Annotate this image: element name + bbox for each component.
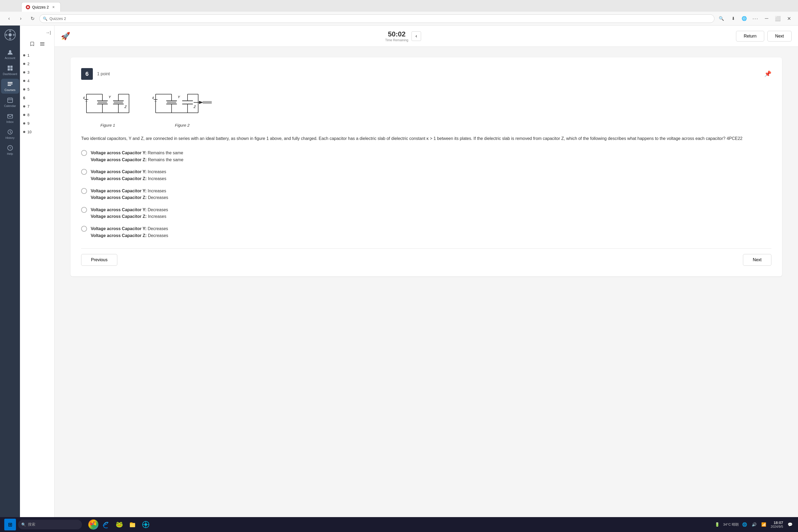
more-button[interactable]: ··· bbox=[750, 14, 760, 23]
sidebar-item-account[interactable]: Account bbox=[1, 47, 19, 62]
svg-point-6 bbox=[13, 34, 15, 36]
figure-2: ε bbox=[150, 86, 214, 128]
question-dot bbox=[23, 63, 25, 65]
svg-point-2 bbox=[8, 33, 12, 36]
svg-text:Y: Y bbox=[109, 95, 111, 99]
svg-point-3 bbox=[9, 30, 11, 32]
volume-icon: 🔊 bbox=[750, 521, 758, 528]
svg-text:ε: ε bbox=[83, 95, 85, 100]
question-list-number: 3 bbox=[27, 70, 30, 75]
svg-rect-13 bbox=[7, 83, 12, 84]
sidebar-item-dashboard[interactable]: Dashboard bbox=[1, 63, 19, 78]
download-button[interactable]: ⬇ bbox=[728, 14, 738, 23]
question-list-item-3[interactable]: 3 bbox=[20, 68, 54, 77]
panel-toggle-button[interactable]: →| bbox=[44, 29, 52, 37]
svg-point-0 bbox=[27, 6, 29, 8]
question-list-item-4[interactable]: 4 bbox=[20, 77, 54, 85]
question-list-item-2[interactable]: 2 bbox=[20, 60, 54, 68]
question-list-number: 5 bbox=[27, 87, 30, 92]
svg-rect-9 bbox=[10, 66, 12, 68]
taskbar-chrome-icon[interactable] bbox=[88, 519, 98, 530]
question-list-number: 4 bbox=[27, 79, 30, 83]
next-bottom-button[interactable]: Next bbox=[743, 254, 772, 266]
browser-tab[interactable]: Quizzes 2 ✕ bbox=[21, 2, 61, 12]
answer-option-2[interactable]: Voltage across Capacitor Y: IncreasesVol… bbox=[81, 168, 772, 182]
timer-collapse-button[interactable]: ‹ bbox=[412, 32, 421, 41]
answer-option-1[interactable]: Voltage across Capacitor Y: Remains the … bbox=[81, 150, 772, 163]
minimize-button[interactable]: ─ bbox=[762, 14, 772, 23]
question-list-item-8[interactable]: 8 bbox=[20, 111, 54, 119]
sidebar-help-label: Help bbox=[7, 152, 13, 155]
svg-rect-11 bbox=[10, 68, 12, 71]
taskbar-files-icon[interactable] bbox=[127, 519, 138, 530]
answer-text-3: Voltage across Capacitor Y: IncreasesVol… bbox=[91, 188, 168, 201]
question-list-item-7[interactable]: 7 bbox=[20, 102, 54, 111]
close-button[interactable]: ✕ bbox=[784, 14, 794, 23]
question-list-item-1[interactable]: 1 bbox=[20, 51, 54, 60]
tab-close-button[interactable]: ✕ bbox=[51, 4, 56, 10]
circuit-figure-2: ε bbox=[150, 86, 214, 121]
svg-rect-16 bbox=[9, 98, 9, 99]
taskbar-search[interactable]: 🔍 搜索 bbox=[18, 520, 82, 529]
answer-text-1: Voltage across Capacitor Y: Remains the … bbox=[91, 150, 183, 163]
svg-rect-59 bbox=[167, 101, 176, 103]
timer-value: 50:02 bbox=[385, 30, 408, 38]
question-list-number: 1 bbox=[27, 53, 30, 57]
question-list-item-9[interactable]: 9 bbox=[20, 119, 54, 128]
address-bar[interactable]: 🔍 Quizzes 2 bbox=[39, 14, 715, 23]
main-content: 🚀 50:02 Time Remaining ‹ Return Next 6 bbox=[55, 25, 798, 529]
question-text: Two identical capacitors, Y and Z, are c… bbox=[81, 135, 772, 142]
search-button[interactable]: 🔍 bbox=[717, 14, 726, 23]
question-dot bbox=[23, 122, 25, 125]
taskbar-app5-icon[interactable] bbox=[140, 519, 152, 530]
radio-button-1[interactable] bbox=[81, 150, 87, 156]
question-points: 1 point bbox=[97, 72, 110, 76]
radio-button-5[interactable] bbox=[81, 226, 87, 232]
question-list-number: 7 bbox=[27, 104, 30, 109]
previous-button[interactable]: Previous bbox=[81, 254, 117, 266]
question-dot bbox=[23, 71, 25, 73]
question-list-number: 8 bbox=[27, 113, 30, 117]
svg-rect-12 bbox=[7, 82, 12, 83]
svg-text:ε: ε bbox=[152, 95, 154, 100]
radio-button-3[interactable] bbox=[81, 188, 87, 194]
forward-button[interactable]: › bbox=[16, 14, 25, 23]
sidebar-item-calendar[interactable]: Calendar bbox=[1, 95, 19, 110]
answer-option-4[interactable]: Voltage across Capacitor Y: DecreasesVol… bbox=[81, 206, 772, 220]
svg-rect-19 bbox=[7, 114, 12, 118]
question-header: 6 1 point 📌 bbox=[81, 68, 772, 80]
question-list-item-6[interactable]: 6 bbox=[20, 94, 54, 102]
sidebar-item-history[interactable]: History bbox=[1, 127, 19, 141]
answer-option-3[interactable]: Voltage across Capacitor Y: IncreasesVol… bbox=[81, 188, 772, 201]
svg-rect-24 bbox=[40, 42, 44, 43]
panel-list-icon[interactable] bbox=[38, 40, 46, 48]
svg-rect-25 bbox=[40, 44, 44, 44]
windows-start-button[interactable]: ⊞ bbox=[4, 519, 16, 530]
return-button[interactable]: Return bbox=[736, 31, 764, 41]
maximize-button[interactable]: ⬜ bbox=[773, 14, 783, 23]
radio-button-4[interactable] bbox=[81, 207, 87, 213]
radio-button-2[interactable] bbox=[81, 169, 87, 175]
question-list-item-5[interactable]: 5 bbox=[20, 85, 54, 94]
back-button[interactable]: ‹ bbox=[4, 14, 14, 23]
question-header-left: 6 1 point bbox=[81, 68, 110, 80]
sidebar-item-help[interactable]: ? Help bbox=[1, 142, 19, 157]
sidebar-item-courses[interactable]: Courses bbox=[1, 79, 19, 94]
answer-option-5[interactable]: Voltage across Capacitor Y: DecreasesVol… bbox=[81, 225, 772, 239]
svg-point-74 bbox=[145, 523, 147, 526]
panel-bookmark-icon[interactable] bbox=[28, 40, 36, 48]
taskbar-edge-icon[interactable] bbox=[100, 519, 112, 530]
sidebar-item-inbox[interactable]: Inbox bbox=[1, 111, 19, 126]
notification-icon[interactable]: 💬 bbox=[786, 521, 794, 528]
taskbar-app3-icon[interactable]: 🐸 bbox=[113, 519, 125, 530]
question-card: 6 1 point 📌 bbox=[71, 57, 782, 277]
navigation-buttons: Previous Next bbox=[81, 248, 772, 266]
figure-2-label: Figure 2 bbox=[175, 123, 189, 128]
question-list-item-10[interactable]: 10 bbox=[20, 128, 54, 136]
sidebar-courses-label: Courses bbox=[4, 88, 15, 92]
next-header-button[interactable]: Next bbox=[767, 31, 792, 41]
refresh-button[interactable]: ↻ bbox=[28, 14, 37, 23]
globe-button[interactable]: 🌐 bbox=[740, 14, 749, 23]
question-area: 6 1 point 📌 bbox=[55, 47, 798, 529]
pin-icon[interactable]: 📌 bbox=[764, 71, 772, 77]
